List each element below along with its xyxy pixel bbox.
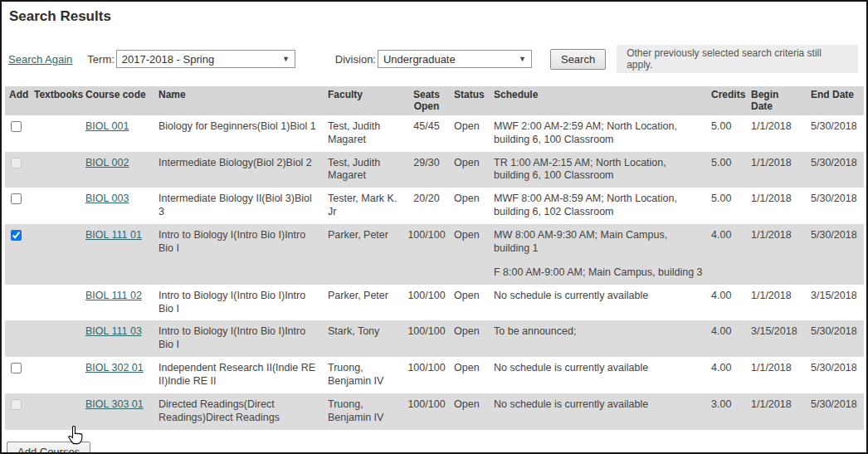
- add-course-checkbox[interactable]: [11, 121, 22, 132]
- end-date-cell: 5/30/2018: [807, 115, 864, 152]
- name-cell: Independent Research II(Indie RE II)Indi…: [154, 357, 324, 393]
- add-course-checkbox[interactable]: [11, 363, 22, 373]
- add-cell: [5, 285, 30, 321]
- add-cell: [5, 320, 30, 357]
- schedule-cell: TR 1:00 AM-2:15 AM; North Location, buil…: [490, 152, 707, 188]
- division-select[interactable]: Undergraduate ▼: [378, 50, 532, 68]
- column-header-end-date: End Date: [807, 86, 864, 115]
- seats-open-cell: 100/100: [403, 393, 450, 430]
- column-header-faculty: Faculty: [324, 86, 403, 115]
- course-code-link[interactable]: BIOL 111 02: [85, 290, 142, 301]
- add-course-checkbox[interactable]: [11, 230, 22, 241]
- schedule-cell: To be announced;: [490, 320, 707, 357]
- schedule-line: No schedule is currently available: [494, 290, 703, 303]
- seats-open-cell: 100/100: [403, 224, 450, 285]
- begin-date-cell: 1/1/2018: [747, 285, 807, 321]
- faculty-cell: Parker, Peter: [324, 285, 403, 321]
- schedule-line: MW 8:00 AM-9:30 AM; Main Campus, buildin…: [494, 229, 703, 256]
- course-code-cell: BIOL 302 01: [81, 357, 154, 393]
- column-header-add: Add: [5, 86, 30, 115]
- add-cell: [5, 224, 30, 285]
- faculty-cell: Parker, Peter: [324, 224, 403, 285]
- status-cell: Open: [450, 115, 490, 152]
- schedule-line: F 8:00 AM-9:00 AM; Main Campus, building…: [494, 266, 703, 280]
- end-date-cell: 5/30/2018: [807, 357, 864, 393]
- course-code-link[interactable]: BIOL 111 03: [85, 325, 142, 337]
- end-date-cell: 5/30/2018: [807, 152, 864, 188]
- column-header-name: Name: [154, 86, 324, 115]
- table-row: BIOL 002Intermediate Biology(Biol 2)Biol…: [5, 152, 864, 188]
- table-header-row: AddTextbooksCourse codeNameFacultySeats …: [5, 86, 864, 115]
- course-code-cell: BIOL 002: [81, 152, 154, 188]
- search-button[interactable]: Search: [550, 49, 606, 70]
- status-cell: Open: [450, 393, 490, 430]
- course-code-link[interactable]: BIOL 111 01: [85, 229, 142, 241]
- schedule-cell: No schedule is currently available: [490, 285, 707, 321]
- column-header-status: Status: [450, 86, 490, 115]
- course-code-link[interactable]: BIOL 003: [85, 193, 129, 204]
- add-cell: [5, 357, 30, 393]
- textbooks-cell: [30, 393, 81, 430]
- add-course-checkbox: [11, 158, 22, 168]
- division-select-value: Undergraduate: [383, 53, 456, 66]
- begin-date-cell: 1/1/2018: [747, 152, 807, 188]
- end-date-cell: 5/30/2018: [807, 224, 864, 285]
- begin-date-cell: 1/1/2018: [747, 115, 807, 152]
- status-cell: Open: [450, 188, 490, 224]
- schedule-line: No schedule is currently available: [494, 398, 703, 412]
- column-header-seats-open: Seats Open: [403, 86, 450, 115]
- course-code-cell: BIOL 111 01: [81, 224, 154, 285]
- schedule-line: No schedule is currently available: [494, 362, 703, 375]
- course-code-link[interactable]: BIOL 001: [85, 120, 129, 132]
- course-code-link[interactable]: BIOL 303 01: [85, 398, 144, 410]
- search-results-page: Search Results Search Again Term: 2017-2…: [0, 0, 868, 454]
- add-course-checkbox[interactable]: [11, 193, 22, 204]
- add-courses-button[interactable]: Add Courses: [7, 442, 90, 454]
- status-cell: Open: [450, 357, 490, 393]
- column-header-textbooks: Textbooks: [30, 86, 81, 115]
- schedule-cell: MWF 8:00 AM-8:59 AM; North Location, bui…: [490, 188, 707, 224]
- course-code-link[interactable]: BIOL 302 01: [85, 362, 144, 373]
- table-row: BIOL 003Intermediate Biology II(Biol 3)B…: [5, 188, 864, 224]
- search-again-link[interactable]: Search Again: [8, 53, 72, 66]
- status-cell: Open: [450, 224, 490, 285]
- name-cell: Directed Readings(Direct Readings)Direct…: [154, 393, 324, 430]
- add-cell: [5, 152, 30, 188]
- end-date-cell: 5/30/2018: [807, 188, 864, 224]
- status-cell: Open: [450, 285, 490, 321]
- table-row: BIOL 111 01Intro to Biology I(Intro Bio …: [5, 224, 864, 285]
- table-row: BIOL 001Biology for Beginners(Biol 1)Bio…: [5, 115, 864, 152]
- name-cell: Intermediate Biology II(Biol 3)Biol 3: [154, 188, 324, 224]
- course-code-link[interactable]: BIOL 002: [85, 157, 129, 168]
- add-cell: [5, 188, 30, 224]
- seats-open-cell: 100/100: [403, 357, 450, 393]
- schedule-line: TR 1:00 AM-2:15 AM; North Location, buil…: [494, 157, 703, 183]
- textbooks-cell: [30, 115, 81, 152]
- schedule-line: MWF 8:00 AM-8:59 AM; North Location, bui…: [494, 193, 703, 219]
- add-cell: [5, 115, 30, 152]
- begin-date-cell: 1/1/2018: [747, 357, 807, 393]
- end-date-cell: 3/15/2018: [807, 285, 864, 321]
- begin-date-cell: 1/1/2018: [747, 224, 807, 285]
- credits-cell: 4.00: [707, 320, 747, 357]
- name-cell: Intro to Biology I(Intro Bio I)Intro Bio…: [154, 224, 324, 285]
- credits-cell: 5.00: [707, 188, 747, 224]
- faculty-cell: Tester, Mark K. Jr: [324, 188, 403, 224]
- term-select[interactable]: 2017-2018 - Spring ▼: [116, 50, 295, 68]
- credits-cell: 4.00: [707, 224, 747, 285]
- credits-cell: 4.00: [707, 285, 747, 321]
- schedule-cell: No schedule is currently available: [490, 393, 707, 430]
- credits-cell: 5.00: [707, 152, 747, 188]
- textbooks-cell: [30, 152, 81, 188]
- results-table-body: BIOL 001Biology for Beginners(Biol 1)Bio…: [5, 115, 864, 430]
- table-row: BIOL 111 02Intro to Biology I(Intro Bio …: [5, 285, 864, 321]
- column-header-begin-date: Begin Date: [747, 86, 807, 115]
- course-code-cell: BIOL 111 02: [81, 285, 154, 321]
- begin-date-cell: 3/15/2018: [747, 320, 807, 357]
- division-label: Division:: [335, 53, 376, 66]
- term-label: Term:: [87, 53, 115, 66]
- faculty-cell: Truong, Benjamin IV: [324, 357, 403, 393]
- schedule-cell: No schedule is currently available: [490, 357, 707, 393]
- table-row: BIOL 302 01Independent Research II(Indie…: [5, 357, 864, 393]
- credits-cell: 4.00: [707, 357, 747, 393]
